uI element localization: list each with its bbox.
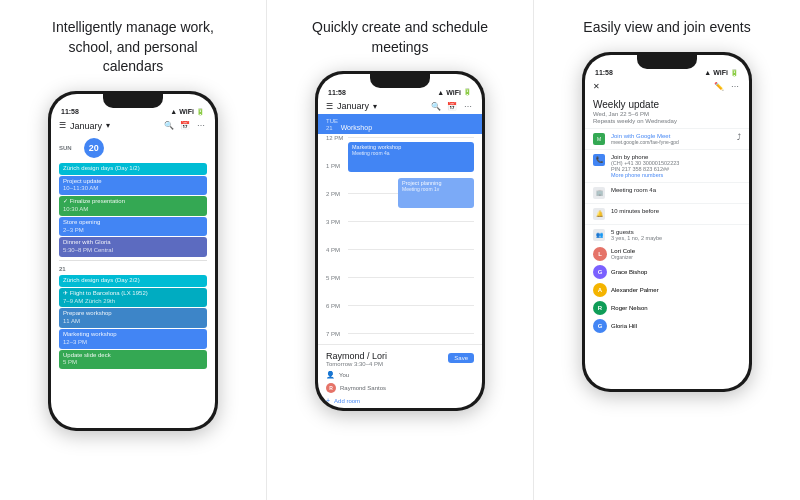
status-time1: 11:58 bbox=[61, 108, 79, 115]
raymond-avatar: R bbox=[326, 383, 336, 393]
status-icons3: ▲ WiFi 🔋 bbox=[704, 69, 739, 77]
guest-breakdown: 3 yes, 1 no, 2 maybe bbox=[611, 235, 662, 241]
add-room-row[interactable]: + Add room bbox=[326, 397, 474, 404]
panel-schedule-meetings: Quickly create and schedule meetings 11:… bbox=[266, 0, 533, 500]
alexander-name: Alexander Palmer bbox=[611, 287, 659, 293]
calendar-icon2[interactable]: 📅 bbox=[446, 100, 458, 112]
event-store[interactable]: Store opening2–3 PM bbox=[59, 217, 207, 237]
calendar-icon[interactable]: 📅 bbox=[179, 120, 191, 132]
more-icon2[interactable]: ⋯ bbox=[462, 100, 474, 112]
attendee-row-raymond: R Raymond Santos bbox=[326, 383, 474, 393]
event-dinner[interactable]: Dinner with Gloria5:30–8 PM Central bbox=[59, 237, 207, 257]
time-row-5pm: 5 PM bbox=[326, 274, 474, 302]
month-label1: January bbox=[70, 121, 102, 131]
roger-name: Roger Nelson bbox=[611, 305, 648, 311]
workshop-banner: TUE21 Workshop bbox=[318, 114, 482, 134]
screen2-schedule: TUE21 Workshop Marketing workshop Meetin… bbox=[318, 114, 482, 408]
guest-grace: G Grace Bishop bbox=[585, 263, 749, 281]
time-row-7pm: 7 PM bbox=[326, 330, 474, 344]
save-button[interactable]: Save bbox=[448, 353, 474, 363]
meet-row[interactable]: M Join with Google Meet meet.google.com/… bbox=[585, 128, 749, 149]
time-row-3pm: 3 PM bbox=[326, 218, 474, 246]
event-flight[interactable]: ✈ Flight to Barcelona (LX 1952)7–9 AM Zü… bbox=[59, 288, 207, 308]
event-finalize[interactable]: ✓ Finalize presentation10:30 AM bbox=[59, 196, 207, 216]
status-icons2: ▲ WiFi 🔋 bbox=[437, 88, 472, 96]
app-header1: ☰ January ▾ 🔍 📅 ⋯ bbox=[51, 118, 215, 134]
gloria-avatar: G bbox=[593, 319, 607, 333]
lori-name: Lori Cole bbox=[611, 248, 635, 254]
reminder-label: 10 minutes before bbox=[611, 208, 659, 214]
gloria-name: Gloria Hill bbox=[611, 323, 637, 329]
event-title: Weekly update bbox=[593, 99, 677, 110]
more-numbers[interactable]: More phone numbers bbox=[611, 172, 679, 178]
phone2: 11:58 ▲ WiFi 🔋 ☰ January ▾ 🔍 📅 ⋯ bbox=[315, 71, 485, 411]
meet-icon: M bbox=[593, 133, 605, 145]
event-prepare[interactable]: Prepare workshop11 AM bbox=[59, 308, 207, 328]
search-icon2[interactable]: 🔍 bbox=[430, 100, 442, 112]
meet-url: meet.google.com/fae-fyne-gpd bbox=[611, 139, 679, 145]
guest-gloria: G Gloria Hill bbox=[585, 317, 749, 335]
meeting-block2[interactable]: Project planning Meeting room 1v bbox=[398, 178, 474, 208]
reminder-row: 🔔 10 minutes before bbox=[585, 203, 749, 224]
event-zurich2[interactable]: Zürich design days (Day 2/2) bbox=[59, 275, 207, 287]
share-icon[interactable]: ⤴ bbox=[737, 133, 741, 142]
phone-row[interactable]: 📞 Join by phone (CH) +41 30 300001502223… bbox=[585, 149, 749, 182]
status-icons1: ▲ WiFi 🔋 bbox=[170, 108, 205, 116]
panel1-title: Intelligently manage work, school, and p… bbox=[43, 18, 223, 77]
phone1-notch bbox=[103, 94, 163, 108]
search-icon[interactable]: 🔍 bbox=[163, 120, 175, 132]
event-zurich1[interactable]: Zürich design days (Day 1/2) bbox=[59, 163, 207, 175]
join-meet-label[interactable]: Join with Google Meet bbox=[611, 133, 679, 139]
edit-icon3[interactable]: ✏️ bbox=[713, 81, 725, 93]
guests-row: 👥 5 guests 3 yes, 1 no, 2 maybe bbox=[585, 224, 749, 245]
guest-lori: L Lori Cole Organizer bbox=[585, 245, 749, 263]
event-date: Wed, Jan 22 5–6 PM bbox=[593, 111, 677, 117]
meeting-title: Raymond / Lori bbox=[326, 351, 387, 361]
dropdown-icon2: ▾ bbox=[373, 102, 377, 111]
event-project[interactable]: Project update10–11:30 AM bbox=[59, 176, 207, 196]
meeting-block1[interactable]: Marketing workshop Meeting room 4a bbox=[348, 142, 474, 172]
guest-alexander: A Alexander Palmer bbox=[585, 281, 749, 299]
room-icon: 🏢 bbox=[593, 187, 605, 199]
status-time2: 11:58 bbox=[328, 89, 346, 96]
time-grid: Marketing workshop Meeting room 4a Proje… bbox=[318, 134, 482, 344]
event-repeat: Repeats weekly on Wednesday bbox=[593, 118, 677, 124]
more-icon3[interactable]: ⋯ bbox=[729, 81, 741, 93]
phone2-notch bbox=[370, 74, 430, 88]
event-update-slide[interactable]: Update slide deck5 PM bbox=[59, 350, 207, 370]
hamburger-icon2[interactable]: ☰ bbox=[326, 102, 333, 111]
room-label: Meeting room 4a bbox=[611, 187, 656, 193]
app-header2: ☰ January ▾ 🔍 📅 ⋯ bbox=[318, 98, 482, 114]
month-label2: January bbox=[337, 101, 369, 111]
bottom-sheet: Raymond / Lori Tomorrow 3:30–4 PM Save 👤… bbox=[318, 344, 482, 408]
time-row-4pm: 4 PM bbox=[326, 246, 474, 274]
lori-avatar: L bbox=[593, 247, 607, 261]
more-icon[interactable]: ⋯ bbox=[195, 120, 207, 132]
time-row-6pm: 6 PM bbox=[326, 302, 474, 330]
alexander-avatar: A bbox=[593, 283, 607, 297]
dropdown-icon: ▾ bbox=[106, 121, 110, 130]
current-date-badge: 20 bbox=[84, 138, 104, 158]
panel-manage-calendars: Intelligently manage work, school, and p… bbox=[0, 0, 266, 500]
panel3-title: Easily view and join events bbox=[583, 18, 750, 38]
meeting-when: Tomorrow 3:30–4 PM bbox=[326, 361, 387, 367]
hamburger-icon[interactable]: ☰ bbox=[59, 121, 66, 130]
close-icon3[interactable]: ✕ bbox=[593, 82, 600, 91]
phone-pin: PIN 217 358 823 612## bbox=[611, 166, 679, 172]
room-row: 🏢 Meeting room 4a bbox=[585, 182, 749, 203]
event-detail-header: Weekly update Wed, Jan 22 5–6 PM Repeats… bbox=[585, 95, 749, 128]
guest-roger: R Roger Nelson bbox=[585, 299, 749, 317]
grace-name: Grace Bishop bbox=[611, 269, 647, 275]
lori-role: Organizer bbox=[611, 254, 635, 260]
panel-view-events: Easily view and join events 11:58 ▲ WiFi… bbox=[533, 0, 800, 500]
event-marketing[interactable]: Marketing workshop12–3 PM bbox=[59, 329, 207, 349]
status-time3: 11:58 bbox=[595, 69, 613, 76]
attendee-row-you: 👤 You bbox=[326, 371, 474, 379]
roger-avatar: R bbox=[593, 301, 607, 315]
phone1: 11:58 ▲ WiFi 🔋 ☰ January ▾ 🔍 📅 ⋯ bbox=[48, 91, 218, 431]
grace-avatar: G bbox=[593, 265, 607, 279]
phone3: 11:58 ▲ WiFi 🔋 ✕ ✏️ ⋯ W bbox=[582, 52, 752, 392]
phone-number1: (CH) +41 30 300001502223 bbox=[611, 160, 679, 166]
screen1-calendar: SUN 20 Zürich design days (Day 1/2) Proj… bbox=[51, 134, 215, 428]
event-detail-screen: Weekly update Wed, Jan 22 5–6 PM Repeats… bbox=[585, 95, 749, 389]
